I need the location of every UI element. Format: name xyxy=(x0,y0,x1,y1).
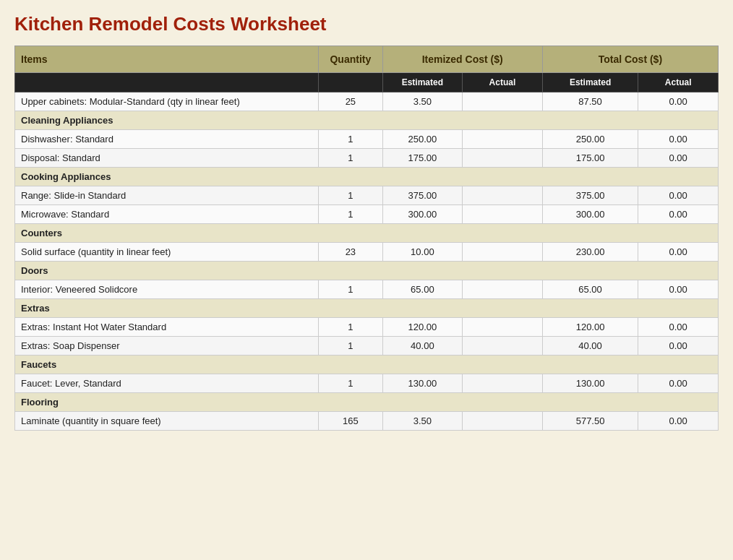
act-item-cell xyxy=(463,374,543,393)
act-item-cell xyxy=(463,412,543,431)
qty-cell: 1 xyxy=(319,374,382,393)
qty-cell: 25 xyxy=(319,92,382,111)
spacer-1 xyxy=(15,73,319,92)
act-item-cell xyxy=(463,186,543,205)
qty-cell: 1 xyxy=(319,186,382,205)
col-itemized-header: Itemized Cost ($) xyxy=(382,46,542,73)
qty-cell: 23 xyxy=(319,243,382,262)
est-total-cell: 250.00 xyxy=(542,130,638,149)
category-row: Faucets xyxy=(15,356,719,374)
est-item-cell: 375.00 xyxy=(382,186,463,205)
act-item-cell xyxy=(463,149,543,168)
column-headers: Items Quantity Itemized Cost ($) Total C… xyxy=(15,46,719,73)
table-row: Extras: Instant Hot Water Standard1120.0… xyxy=(15,318,719,337)
table-row: Solid surface (quantity in linear feet)2… xyxy=(15,243,719,262)
est-item-cell: 3.50 xyxy=(382,412,463,431)
est-total-cell: 120.00 xyxy=(542,318,638,337)
item-name-cell: Interior: Veneered Solidcore xyxy=(15,280,319,299)
act-total-cell: 0.00 xyxy=(638,280,719,299)
act-total-cell: 0.00 xyxy=(638,130,719,149)
est-total-cell: 65.00 xyxy=(542,280,638,299)
est-total-cell: 130.00 xyxy=(542,374,638,393)
est-total-cell: 87.50 xyxy=(542,92,638,111)
act-total-cell: 0.00 xyxy=(638,412,719,431)
est-item-cell: 300.00 xyxy=(382,205,463,224)
itemized-estimated-header: Estimated xyxy=(382,73,463,92)
est-total-cell: 175.00 xyxy=(542,149,638,168)
item-name-cell: Range: Slide-in Standard xyxy=(15,186,319,205)
qty-cell: 1 xyxy=(319,318,382,337)
table-row: Extras: Soap Dispenser140.0040.000.00 xyxy=(15,337,719,356)
qty-cell: 1 xyxy=(319,280,382,299)
act-total-cell: 0.00 xyxy=(638,318,719,337)
act-item-cell xyxy=(463,337,543,356)
est-item-cell: 40.00 xyxy=(382,337,463,356)
act-item-cell xyxy=(463,205,543,224)
spacer-2 xyxy=(319,73,382,92)
category-label: Flooring xyxy=(15,393,719,412)
category-label: Counters xyxy=(15,224,719,243)
table-row: Range: Slide-in Standard1375.00375.000.0… xyxy=(15,186,719,205)
table-row: Disposal: Standard1175.00175.000.00 xyxy=(15,149,719,168)
act-item-cell xyxy=(463,280,543,299)
est-item-cell: 250.00 xyxy=(382,130,463,149)
qty-cell: 1 xyxy=(319,337,382,356)
sub-headers: Estimated Actual Estimated Actual xyxy=(15,73,719,92)
est-total-cell: 300.00 xyxy=(542,205,638,224)
item-name-cell: Dishwasher: Standard xyxy=(15,130,319,149)
category-row: Cooking Appliances xyxy=(15,168,719,186)
col-total-header: Total Cost ($) xyxy=(542,46,718,73)
qty-cell: 1 xyxy=(319,205,382,224)
act-item-cell xyxy=(463,92,543,111)
table-row: Dishwasher: Standard1250.00250.000.00 xyxy=(15,130,719,149)
act-item-cell xyxy=(463,130,543,149)
category-label: Extras xyxy=(15,299,719,318)
act-total-cell: 0.00 xyxy=(638,205,719,224)
est-item-cell: 175.00 xyxy=(382,149,463,168)
page-wrapper: Kitchen Remodel Costs Worksheet Items Qu… xyxy=(0,0,733,445)
table-row: Microwave: Standard1300.00300.000.00 xyxy=(15,205,719,224)
category-label: Cleaning Appliances xyxy=(15,111,719,130)
est-total-cell: 577.50 xyxy=(542,412,638,431)
cost-table: Items Quantity Itemized Cost ($) Total C… xyxy=(14,46,719,431)
category-label: Doors xyxy=(15,262,719,280)
total-actual-header: Actual xyxy=(638,73,719,92)
total-estimated-header: Estimated xyxy=(542,73,638,92)
item-name-cell: Extras: Instant Hot Water Standard xyxy=(15,318,319,337)
act-total-cell: 0.00 xyxy=(638,186,719,205)
table-body: Upper cabinets: Modular-Standard (qty in… xyxy=(15,92,719,431)
act-total-cell: 0.00 xyxy=(638,149,719,168)
item-name-cell: Disposal: Standard xyxy=(15,149,319,168)
est-total-cell: 375.00 xyxy=(542,186,638,205)
act-total-cell: 0.00 xyxy=(638,92,719,111)
item-name-cell: Microwave: Standard xyxy=(15,205,319,224)
item-name-cell: Faucet: Lever, Standard xyxy=(15,374,319,393)
est-item-cell: 65.00 xyxy=(382,280,463,299)
table-row: Interior: Veneered Solidcore165.0065.000… xyxy=(15,280,719,299)
col-items-header: Items xyxy=(15,46,319,73)
col-quantity-header: Quantity xyxy=(319,46,382,73)
qty-cell: 1 xyxy=(319,130,382,149)
est-total-cell: 40.00 xyxy=(542,337,638,356)
category-row: Extras xyxy=(15,299,719,318)
act-item-cell xyxy=(463,243,543,262)
category-row: Cleaning Appliances xyxy=(15,111,719,130)
est-item-cell: 130.00 xyxy=(382,374,463,393)
est-item-cell: 120.00 xyxy=(382,318,463,337)
item-name-cell: Extras: Soap Dispenser xyxy=(15,337,319,356)
est-item-cell: 3.50 xyxy=(382,92,463,111)
act-total-cell: 0.00 xyxy=(638,374,719,393)
category-row: Counters xyxy=(15,224,719,243)
item-name-cell: Solid surface (quantity in linear feet) xyxy=(15,243,319,262)
table-row: Faucet: Lever, Standard1130.00130.000.00 xyxy=(15,374,719,393)
act-item-cell xyxy=(463,318,543,337)
item-name-cell: Laminate (quantity in square feet) xyxy=(15,412,319,431)
category-label: Faucets xyxy=(15,356,719,374)
est-total-cell: 230.00 xyxy=(542,243,638,262)
category-label: Cooking Appliances xyxy=(15,168,719,186)
itemized-actual-header: Actual xyxy=(463,73,543,92)
item-name-cell: Upper cabinets: Modular-Standard (qty in… xyxy=(15,92,319,111)
page-title: Kitchen Remodel Costs Worksheet xyxy=(14,13,719,35)
act-total-cell: 0.00 xyxy=(638,243,719,262)
table-row: Upper cabinets: Modular-Standard (qty in… xyxy=(15,92,719,111)
